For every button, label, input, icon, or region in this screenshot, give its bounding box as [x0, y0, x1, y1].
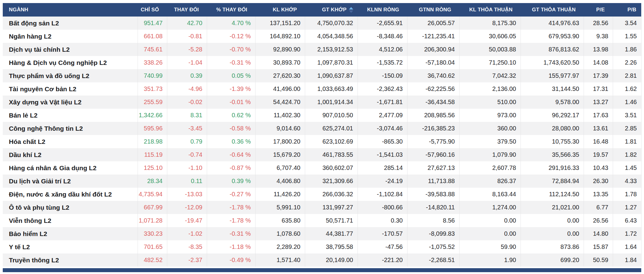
table-row[interactable]: Bất động sản L2951.4742.704.70 %137,151.… — [3, 17, 641, 30]
cell-chiso: 330.23 — [138, 227, 167, 240]
cell-pct: -0.87 % — [207, 161, 255, 175]
table-row[interactable]: Bán lẻ L21,342.668.310.62 %11,402.30907,… — [3, 109, 641, 122]
cell-kltt: 8,175.30 — [459, 17, 521, 30]
column-header-kl-khop[interactable]: KL KHỚP — [255, 3, 305, 17]
cell-thaydoi: -0.02 — [167, 96, 207, 109]
table-row[interactable]: Bảo hiểm L2330.23-1.02-0.31 %1,078.6044,… — [3, 227, 641, 240]
cell-pct: -1.18 % — [207, 240, 255, 253]
horizontal-scrollbar[interactable] — [3, 268, 641, 272]
cell-gtnn: -5,775.90 — [407, 135, 459, 148]
cell-klnn: -800.66 — [358, 201, 407, 214]
cell-klkhop: 4,406.80 — [255, 175, 305, 188]
table-row[interactable]: Truyền thông L2482.52-2.37-0.49 %1,571.4… — [3, 253, 641, 267]
table-row[interactable]: Hàng & Dịch vụ Công nghiệp L2338.26-1.04… — [3, 56, 641, 69]
cell-pe: 10.43 — [584, 161, 613, 175]
cell-pct: 0.05 % — [207, 69, 255, 82]
cell-pct: -1.78 % — [207, 214, 255, 227]
cell-gttt: 699.20 — [521, 253, 584, 267]
cell-gtnn: -2,268.51 — [407, 253, 459, 267]
cell-chiso: 667.99 — [138, 201, 167, 214]
cell-pb: 1.84 — [613, 253, 641, 267]
cell-gtkhop: 321,309.66 — [305, 175, 358, 188]
cell-klkhop: 54,424.70 — [255, 96, 305, 109]
cell-gtkhop: 50,571.71 — [305, 214, 358, 227]
column-header-klnn-rong[interactable]: KLNN RÒNG — [358, 3, 407, 17]
table-row[interactable]: Y tế L2701.65-8.35-1.18 %2,289.2038,795.… — [3, 240, 641, 253]
cell-pe: 16.48 — [584, 135, 613, 148]
cell-thaydoi: 42.70 — [167, 17, 207, 30]
cell-name: Công nghệ Thông tin L2 — [3, 122, 138, 135]
table-row[interactable]: Dầu khí L2115.19-0.74-0.64 %15,679.20461… — [3, 148, 641, 161]
column-header-gt-thoa-thuan[interactable]: GT THỎA THUẬN — [521, 3, 584, 17]
cell-pb: 1.27 — [613, 201, 641, 214]
table-row[interactable]: Tài nguyên Cơ bản L2351.73-4.96-1.39 %41… — [3, 82, 641, 96]
table-body: Bất động sản L2951.4742.704.70 %137,151.… — [3, 17, 641, 267]
table-row[interactable]: Du lịch và Giải trí L228.340.110.39 %4,4… — [3, 175, 641, 188]
column-header-pb[interactable]: P/B — [613, 3, 641, 17]
table-row[interactable]: Ngân hàng L2661.08-0.81-0.12 %164,892.10… — [3, 30, 641, 43]
table-row[interactable]: Điện, nước & xăng dầu khí đốt L24,735.94… — [3, 188, 641, 201]
cell-name: Hàng & Dịch vụ Công nghiệp L2 — [3, 56, 138, 69]
cell-name: Hàng cá nhân & Gia dụng L2 — [3, 161, 138, 175]
table-row[interactable]: Thực phẩm và đồ uống L2740.990.390.05 %2… — [3, 69, 641, 82]
column-header-pe[interactable]: P/E — [584, 3, 613, 17]
column-header-gt-khop[interactable]: GT KHỚP — [305, 3, 358, 17]
column-header-kl-thoa-thuan[interactable]: KL THỎA THUẬN — [459, 3, 521, 17]
cell-klkhop: 9,014.60 — [255, 122, 305, 135]
cell-gtkhop: 4,750,070.32 — [305, 17, 358, 30]
cell-pe: 26.30 — [584, 175, 613, 188]
table-row[interactable]: Viễn thông L21,071.28-19.47-1.78 %635.80… — [3, 214, 641, 227]
cell-gtnn: 208,985.56 — [407, 109, 459, 122]
cell-pct: -0.27 % — [207, 188, 255, 201]
cell-gtkhop: 623,102.69 — [305, 135, 358, 148]
column-header-thay-doi[interactable]: THAY ĐỔI — [167, 3, 207, 17]
cell-chiso: 115.19 — [138, 148, 167, 161]
cell-klnn: 285.14 — [358, 161, 407, 175]
cell-thaydoi: -0.74 — [167, 148, 207, 161]
cell-gttt: 414,976.63 — [521, 17, 584, 30]
cell-chiso: 951.47 — [138, 17, 167, 30]
cell-gtnn: 8.56 — [407, 214, 459, 227]
cell-pe: 14.80 — [584, 227, 613, 240]
cell-chiso: 740.99 — [138, 69, 167, 82]
table-row[interactable]: Hàng cá nhân & Gia dụng L2125.10-1.10-0.… — [3, 161, 641, 175]
cell-thaydoi: -8.35 — [167, 240, 207, 253]
cell-pct: -1.39 % — [207, 82, 255, 96]
cell-pe: 14.08 — [584, 56, 613, 69]
cell-gtnn: -8,099.83 — [407, 227, 459, 240]
cell-gtkhop: 461,783.55 — [305, 148, 358, 161]
cell-klnn: 0.30 — [358, 214, 407, 227]
cell-klkhop: 15,679.20 — [255, 148, 305, 161]
column-header-pct-thay-doi[interactable]: % THAY ĐỔI — [207, 3, 255, 17]
table-row[interactable]: Hóa chất L2218.980.790.36 %17,800.20623,… — [3, 135, 641, 148]
cell-name: Điện, nước & xăng dầu khí đốt L2 — [3, 188, 138, 201]
cell-thaydoi: -1.04 — [167, 56, 207, 69]
cell-klkhop: 6,707.40 — [255, 161, 305, 175]
column-header-nganh[interactable]: NGÀNH — [3, 3, 138, 17]
column-header-gtnn-rong[interactable]: GTNN RÒNG — [407, 3, 459, 17]
cell-pb: 6.43 — [613, 214, 641, 227]
cell-thaydoi: -2.37 — [167, 253, 207, 267]
table-row[interactable]: Công nghệ Thông tin L2595.96-3.45-0.58 %… — [3, 122, 641, 135]
table-row[interactable]: Ô tô và phụ tùng L2667.99-12.09-1.78 %5,… — [3, 201, 641, 214]
cell-klnn: -150.09 — [358, 69, 407, 82]
cell-klnn: -8,348.46 — [358, 30, 407, 43]
cell-gtnn: 27,627.13 — [407, 161, 459, 175]
cell-kltt: 0.00 — [459, 214, 521, 227]
table-row[interactable]: Dịch vụ tài chính L2745.61-5.28-0.70 %92… — [3, 43, 641, 56]
cell-gttt: 1,743,620.50 — [521, 56, 584, 69]
cell-gtkhop: 20,149.00 — [305, 253, 358, 267]
cell-klnn: -2,655.91 — [358, 17, 407, 30]
cell-gttt: 31,144.50 — [521, 82, 584, 96]
cell-name: Dịch vụ tài chính L2 — [3, 43, 138, 56]
cell-gttt: 35,566.35 — [521, 148, 584, 161]
cell-name: Bảo hiểm L2 — [3, 227, 138, 240]
cell-pb: 3.54 — [613, 17, 641, 30]
cell-gtkhop: 38,795.58 — [305, 240, 358, 253]
column-header-chi-so[interactable]: CHỈ SỐ — [138, 3, 167, 17]
cell-gttt: 679,953.90 — [521, 30, 584, 43]
cell-gtnn: -57,960.16 — [407, 148, 459, 161]
table-row[interactable]: Xây dựng và Vật liệu L2255.59-0.02-0.01 … — [3, 96, 641, 109]
cell-gttt: 873.86 — [521, 240, 584, 253]
cell-pb: 1.64 — [613, 240, 641, 253]
